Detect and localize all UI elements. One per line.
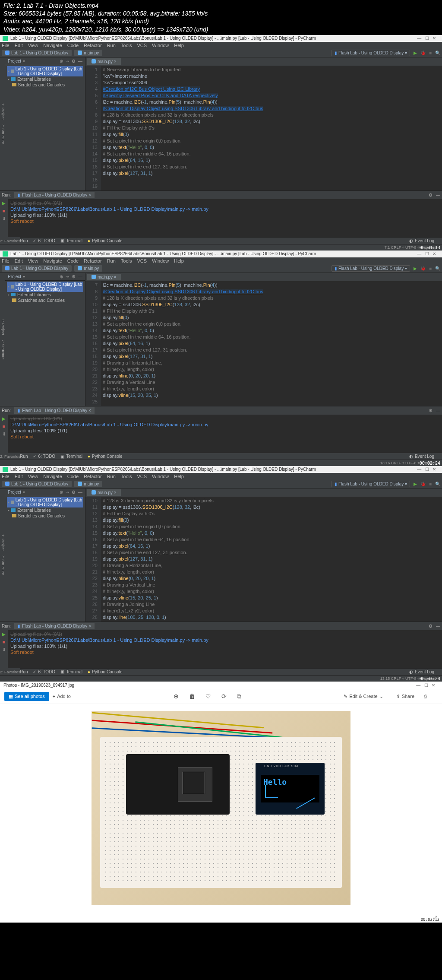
run-button[interactable]: ▶ bbox=[414, 266, 417, 271]
tool-terminal[interactable]: ▣Terminal bbox=[60, 238, 82, 243]
tree-project-root[interactable]: ▸Lab 1 - Using OLDED Display [Lab - Usin… bbox=[7, 66, 83, 76]
menu-refactor[interactable]: Refactor bbox=[84, 258, 102, 263]
editor-tab-mainpy[interactable]: main.py × bbox=[87, 489, 121, 496]
hide-icon[interactable]: — bbox=[436, 624, 440, 628]
menu-edit[interactable]: Edit bbox=[15, 474, 23, 479]
code-editor[interactable]: 12345678910111213141516171819 # Necessar… bbox=[85, 66, 442, 190]
left-gutter[interactable]: 1: Project 7: Structure bbox=[0, 57, 5, 190]
run-output[interactable]: Uploading files. 0% (0/1) D:\MiUbi\Micro… bbox=[8, 199, 442, 237]
rotate-icon[interactable]: ⟳ bbox=[221, 693, 227, 700]
event-log[interactable]: ◐Event Log bbox=[409, 238, 434, 243]
tree-external-libs[interactable]: ▸External Libraries bbox=[7, 292, 83, 298]
gear-icon[interactable]: ⚙ bbox=[72, 490, 76, 495]
rerun-icon[interactable]: ▶ bbox=[2, 201, 6, 206]
tool-terminal[interactable]: ▣Terminal bbox=[60, 669, 82, 674]
tool-todo[interactable]: ✓6: TODO bbox=[33, 454, 55, 459]
search-icon[interactable]: 🔍 bbox=[435, 266, 440, 271]
window-controls[interactable]: — ☐ ✕ bbox=[414, 467, 439, 472]
zoom-icon[interactable]: ⊕ bbox=[174, 693, 179, 700]
menu-navigate[interactable]: Navigate bbox=[43, 474, 62, 479]
delete-icon[interactable]: 🗑 bbox=[189, 693, 195, 700]
menu-view[interactable]: View bbox=[28, 43, 38, 48]
menu-tools[interactable]: Tools bbox=[121, 43, 132, 48]
code-editor[interactable]: 78910111213141516171819202122232425 i2c … bbox=[85, 281, 442, 406]
tool-todo[interactable]: ✓6: TODO bbox=[33, 669, 55, 674]
photo-viewer[interactable]: GND VDD SCK SDA Hello bbox=[0, 704, 442, 912]
gear-icon[interactable]: ⚙ bbox=[72, 59, 76, 63]
menu-help[interactable]: Help bbox=[174, 258, 184, 263]
menu-tools[interactable]: Tools bbox=[121, 258, 132, 263]
menu-edit[interactable]: Edit bbox=[15, 43, 23, 48]
event-log[interactable]: ◐Event Log bbox=[409, 454, 434, 459]
stop-icon[interactable]: ■ bbox=[3, 208, 6, 213]
menu-code[interactable]: Code bbox=[67, 474, 79, 479]
tool-todo[interactable]: ✓6: TODO bbox=[33, 238, 55, 243]
heart-icon[interactable]: ♡ bbox=[205, 693, 211, 700]
run-output[interactable]: Uploading files. 0% (0/1) D:\MiUbi\Micro… bbox=[8, 630, 442, 668]
editor-tab-mainpy[interactable]: main.py × bbox=[87, 58, 121, 65]
menu-file[interactable]: File bbox=[2, 43, 9, 48]
breadcrumb-file[interactable]: main.py bbox=[74, 265, 102, 272]
menu-code[interactable]: Code bbox=[67, 43, 79, 48]
gear-icon[interactable]: ⚙ bbox=[429, 408, 433, 413]
menu-vcs[interactable]: VCS bbox=[137, 258, 147, 263]
left-gutter[interactable]: 1: Project 7: Structure bbox=[0, 273, 5, 406]
run-tab[interactable]: ▮Flash Lab - Using OLDED Display × bbox=[14, 192, 95, 198]
stop-icon[interactable]: ■ bbox=[3, 424, 6, 429]
code-editor[interactable]: 10111213141516171819202122232425262728 #… bbox=[85, 497, 442, 622]
tool-python-console[interactable]: ●Python Console bbox=[88, 238, 123, 243]
window-controls[interactable]: — ☐ ✕ bbox=[414, 36, 439, 41]
debug-button[interactable]: 🐞 bbox=[420, 482, 426, 486]
rerun-icon[interactable]: ▶ bbox=[2, 632, 6, 637]
tool-terminal[interactable]: ▣Terminal bbox=[60, 454, 82, 459]
down-icon[interactable]: ⬇ bbox=[2, 647, 6, 653]
hide-icon[interactable]: — bbox=[78, 490, 82, 495]
crop-icon[interactable]: ⧉ bbox=[237, 693, 241, 700]
menu-file[interactable]: File bbox=[2, 474, 9, 479]
hide-icon[interactable]: — bbox=[78, 274, 82, 279]
run-tab[interactable]: ▮Flash Lab - Using OLDED Display × bbox=[14, 407, 95, 414]
menu-refactor[interactable]: Refactor bbox=[84, 474, 102, 479]
gear-icon[interactable]: ⚙ bbox=[429, 193, 433, 197]
tree-scratches[interactable]: Scratches and Consoles bbox=[7, 298, 83, 303]
see-all-photos-button[interactable]: ▦ See all photos bbox=[4, 692, 49, 701]
run-output[interactable]: Uploading files. 0% (0/1) D:\MiUbi\Micro… bbox=[8, 415, 442, 453]
window-controls[interactable]: — ☐ ✕ bbox=[414, 251, 439, 256]
menu-refactor[interactable]: Refactor bbox=[84, 43, 102, 48]
tool-python-console[interactable]: ●Python Console bbox=[88, 454, 123, 459]
menu-file[interactable]: File bbox=[2, 258, 9, 263]
code-content[interactable]: i2c = machine.I2C(-1, machine.Pin(5), ma… bbox=[101, 281, 442, 406]
run-config-dropdown[interactable]: ▮ Flash Lab - Using OLDED Display ▾ bbox=[332, 265, 410, 272]
breadcrumb-file[interactable]: main.py bbox=[74, 481, 102, 487]
tree-external-libs[interactable]: ▸External Libraries bbox=[7, 76, 83, 82]
menu-window[interactable]: Window bbox=[152, 258, 169, 263]
menu-view[interactable]: View bbox=[28, 474, 38, 479]
collapse-icon[interactable]: ⇥ bbox=[66, 274, 69, 279]
print-icon[interactable]: ⎙ bbox=[424, 694, 427, 699]
menu-view[interactable]: View bbox=[28, 258, 38, 263]
breadcrumb-project[interactable]: Lab 1 - Using OLDED Display bbox=[2, 50, 72, 56]
debug-button[interactable]: 🐞 bbox=[420, 51, 426, 55]
window-controls[interactable]: — ☐ ✕ bbox=[413, 683, 439, 688]
menu-window[interactable]: Window bbox=[152, 43, 169, 48]
menu-navigate[interactable]: Navigate bbox=[43, 258, 62, 263]
tree-external-libs[interactable]: ▸External Libraries bbox=[7, 507, 83, 513]
code-content[interactable]: # Necessary Libraries to be Imported"kw"… bbox=[101, 66, 442, 190]
breadcrumb-project[interactable]: Lab 1 - Using OLDED Display bbox=[2, 265, 72, 272]
left-gutter[interactable]: 1: Project 7: Structure bbox=[0, 488, 5, 622]
stop-button[interactable]: ■ bbox=[429, 51, 432, 55]
gear-icon[interactable]: ⚙ bbox=[429, 624, 433, 628]
down-icon[interactable]: ⬇ bbox=[2, 216, 6, 222]
run-config-dropdown[interactable]: ▮ Flash Lab - Using OLDED Display ▾ bbox=[332, 50, 410, 56]
breadcrumb-file[interactable]: main.py bbox=[74, 50, 102, 56]
down-icon[interactable]: ⬇ bbox=[2, 431, 6, 437]
run-button[interactable]: ▶ bbox=[414, 482, 417, 486]
collapse-icon[interactable]: ⇥ bbox=[66, 490, 69, 495]
tree-scratches[interactable]: Scratches and Consoles bbox=[7, 82, 83, 88]
target-icon[interactable]: ⊕ bbox=[60, 274, 63, 279]
breadcrumb-project[interactable]: Lab 1 - Using OLDED Display bbox=[2, 481, 72, 487]
editor-tab-mainpy[interactable]: main.py × bbox=[87, 274, 121, 280]
menu-vcs[interactable]: VCS bbox=[137, 43, 147, 48]
gear-icon[interactable]: ⚙ bbox=[72, 274, 76, 279]
tree-project-root[interactable]: ▸Lab 1 - Using OLDED Display [Lab - Usin… bbox=[7, 282, 83, 292]
